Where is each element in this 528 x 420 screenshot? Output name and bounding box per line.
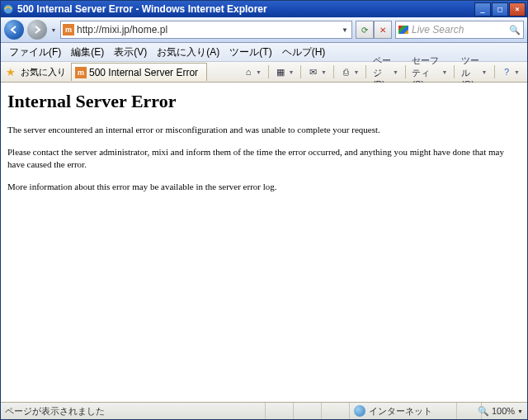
error-heading: Internal Server Error [7,91,521,112]
tab-title: 500 Internal Server Error [89,67,198,78]
menu-favorites[interactable]: お気に入り(A) [152,44,224,61]
tab-favicon: m [75,67,87,78]
window-title: 500 Internal Server Error - Windows Inte… [17,3,474,15]
navigation-bar: ▼ m http://mixi.jp/home.pl ▼ ⟳ ✕ Live Se… [1,17,527,43]
maximize-button[interactable]: □ [492,2,508,17]
favorites-bar: ★ お気に入り m 500 Internal Server Error [1,62,235,83]
help-button[interactable]: ?▼ [498,65,522,78]
zoom-control[interactable]: 🔍 100% ▼ [482,403,527,419]
favorites-star-icon[interactable]: ★ [6,66,16,78]
nav-history-dropdown[interactable]: ▼ [50,26,57,34]
close-button[interactable]: × [509,2,526,17]
status-pane-3 [322,403,350,419]
menu-tools[interactable]: ツール(T) [224,44,276,61]
internet-zone-icon [354,405,365,417]
menu-view[interactable]: 表示(V) [109,44,152,61]
url-text[interactable]: http://mixi.jp/home.pl [77,24,340,35]
print-button[interactable]: ⎙▼ [337,65,361,78]
error-paragraph-3: More information about this error may be… [7,181,521,193]
mail-button[interactable]: ✉▼ [305,65,329,78]
security-zone[interactable]: インターネット [350,403,457,419]
menu-file[interactable]: ファイル(F) [4,44,66,61]
status-pane-2 [294,403,322,419]
menu-edit[interactable]: 編集(E) [66,44,109,61]
help-icon: ? [501,66,512,78]
page-content: Internal Server Error The server encount… [1,83,527,402]
site-favicon: m [63,24,74,35]
print-icon: ⎙ [340,66,351,78]
ie-icon [2,3,14,15]
stop-button[interactable]: ✕ [374,21,392,39]
error-paragraph-1: The server encountered an internal error… [7,124,521,136]
zoom-dropdown-icon[interactable]: ▼ [517,408,523,414]
error-paragraph-2: Please contact the server administrator,… [7,146,521,171]
home-button[interactable]: ⌂▼ [240,65,264,78]
live-search-icon [398,24,409,35]
address-bar[interactable]: m http://mixi.jp/home.pl ▼ [60,21,352,39]
current-tab[interactable]: m 500 Internal Server Error [71,63,207,81]
search-go-icon[interactable]: 🔍 [508,25,521,35]
search-box[interactable]: Live Search 🔍 [395,21,524,39]
rss-icon: ▦ [275,66,286,78]
address-dropdown-icon[interactable]: ▼ [340,26,350,34]
favorites-label[interactable]: お気に入り [21,66,66,78]
menu-help[interactable]: ヘルプ(H) [277,44,331,61]
forward-button[interactable] [27,20,47,40]
home-icon: ⌂ [243,66,254,78]
title-bar: 500 Internal Server Error - Windows Inte… [1,1,527,17]
command-bar: ⌂▼ ▦▼ ✉▼ ⎙▼ ページ(P) ▼ セーフティ(S) ▼ ツール(O) ▼… [235,62,527,83]
status-bar: ページが表示されました インターネット 🔍 100% ▼ [1,402,527,419]
status-message: ページが表示されました [1,403,266,419]
back-button[interactable] [4,20,24,40]
zoom-icon: 🔍 [478,406,489,417]
search-placeholder: Live Search [409,24,508,35]
refresh-button[interactable]: ⟳ [356,21,374,39]
feeds-button[interactable]: ▦▼ [272,65,296,78]
status-pane-1 [266,403,294,419]
mail-icon: ✉ [308,66,319,78]
minimize-button[interactable]: _ [474,2,491,17]
